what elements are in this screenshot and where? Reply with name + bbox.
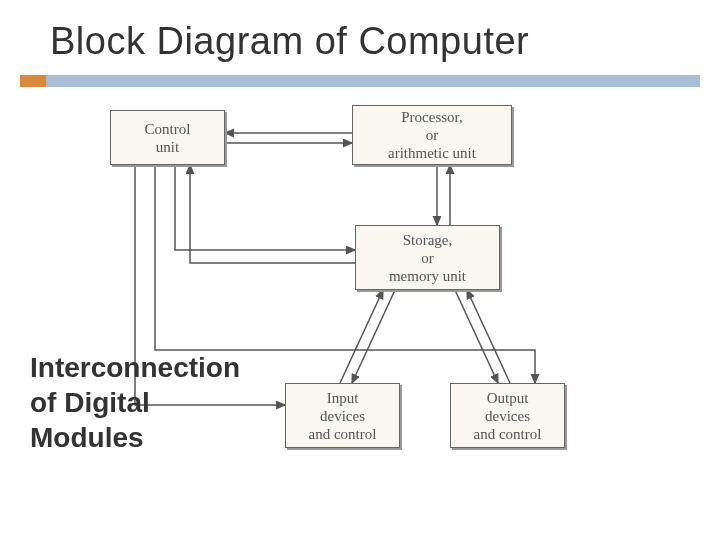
divider bbox=[0, 75, 720, 87]
svg-line-4 bbox=[352, 290, 395, 383]
svg-line-7 bbox=[467, 290, 510, 383]
page-title: Block Diagram of Computer bbox=[0, 0, 720, 75]
block-label: Controlunit bbox=[145, 120, 191, 156]
svg-line-5 bbox=[340, 290, 383, 383]
block-label: Inputdevicesand control bbox=[309, 389, 377, 443]
diagram-area: Controlunit Processor,orarithmetic unit … bbox=[0, 95, 720, 535]
block-storage: Storage,ormemory unit bbox=[355, 225, 500, 290]
block-control-unit: Controlunit bbox=[110, 110, 225, 165]
block-processor: Processor,orarithmetic unit bbox=[352, 105, 512, 165]
block-input: Inputdevicesand control bbox=[285, 383, 400, 448]
block-label: Outputdevicesand control bbox=[474, 389, 542, 443]
block-label: Storage,ormemory unit bbox=[389, 231, 466, 285]
subtitle: Interconnection of Digital Modules bbox=[30, 350, 270, 455]
block-label: Processor,orarithmetic unit bbox=[388, 108, 476, 162]
block-output: Outputdevicesand control bbox=[450, 383, 565, 448]
svg-line-6 bbox=[455, 290, 498, 383]
